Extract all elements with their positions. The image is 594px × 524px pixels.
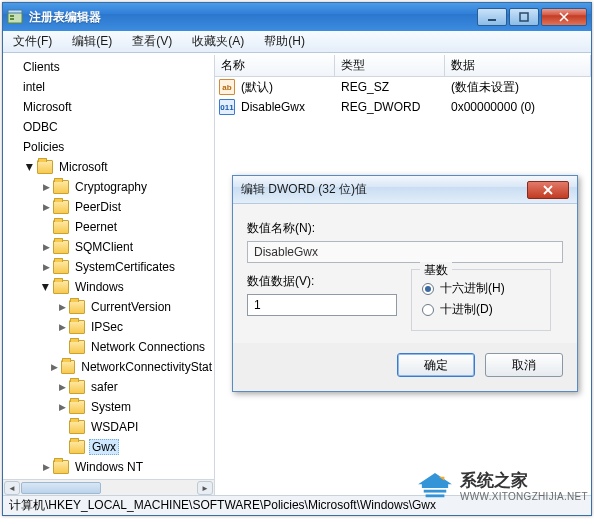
tree-item-label: Network Connections (89, 340, 207, 354)
menu-file[interactable]: 文件(F) (9, 31, 56, 52)
tree-item[interactable]: ▶CurrentVersion (3, 297, 214, 317)
tree-pane[interactable]: ClientsintelMicrosoftODBCPolicies▶Micros… (3, 55, 215, 495)
tree-item[interactable]: ▶Microsoft (3, 157, 214, 177)
tree-item[interactable]: Gwx (3, 437, 214, 457)
expand-arrow-icon[interactable]: ▶ (55, 380, 69, 394)
folder-icon (61, 360, 75, 374)
col-data[interactable]: 数据 (445, 55, 591, 76)
folder-icon (69, 440, 85, 454)
menu-view[interactable]: 查看(V) (128, 31, 176, 52)
expand-arrow-icon[interactable]: ▶ (55, 400, 69, 414)
tree-item-label: intel (21, 80, 47, 94)
scroll-left-button[interactable]: ◄ (4, 481, 20, 495)
col-type[interactable]: 类型 (335, 55, 445, 76)
radio-dec-label: 十进制(D) (440, 301, 493, 318)
tree-item[interactable]: Peernet (3, 217, 214, 237)
cell-type: REG_DWORD (341, 100, 451, 114)
tree-item[interactable]: ▶SQMClient (3, 237, 214, 257)
scroll-right-button[interactable]: ► (197, 481, 213, 495)
tree-item[interactable]: ODBC (3, 117, 214, 137)
svg-rect-7 (426, 495, 445, 498)
value-data-input[interactable] (247, 294, 397, 316)
expand-arrow-icon[interactable]: ▶ (39, 460, 53, 474)
svg-rect-4 (488, 19, 496, 21)
tree-h-scrollbar[interactable]: ◄ ► (3, 479, 214, 495)
tree-item[interactable]: ▶IPSec (3, 317, 214, 337)
expand-arrow-icon[interactable]: ▶ (39, 240, 53, 254)
tree-item[interactable]: WSDAPI (3, 417, 214, 437)
tree-item[interactable]: ▶Cryptography (3, 177, 214, 197)
tree-item[interactable]: Clients (3, 57, 214, 77)
expand-arrow-icon[interactable]: ▶ (39, 180, 53, 194)
expand-arrow-icon[interactable]: ▶ (39, 200, 53, 214)
radio-dec[interactable]: 十进制(D) (422, 301, 540, 318)
tree-item-label: ODBC (21, 120, 60, 134)
tree-item[interactable]: intel (3, 77, 214, 97)
radio-hex[interactable]: 十六进制(H) (422, 280, 540, 297)
folder-icon (53, 460, 69, 474)
tree-item-label: Microsoft (57, 160, 110, 174)
arrow-placeholder (7, 100, 21, 114)
folder-icon (53, 240, 69, 254)
expand-arrow-icon[interactable]: ▶ (39, 260, 53, 274)
folder-icon (69, 380, 85, 394)
folder-icon (53, 200, 69, 214)
tree-item-label: safer (89, 380, 120, 394)
cell-name: (默认) (241, 79, 341, 96)
base-group: 基数 十六进制(H) 十进制(D) (411, 269, 551, 331)
tree-item[interactable]: ▶Windows (3, 277, 214, 297)
tree-item-label: Peernet (73, 220, 119, 234)
folder-icon (69, 320, 85, 334)
titlebar[interactable]: 注册表编辑器 (3, 3, 591, 31)
expand-arrow-icon[interactable]: ▶ (23, 160, 37, 174)
tree-item[interactable]: Microsoft (3, 97, 214, 117)
expand-arrow-icon[interactable]: ▶ (49, 360, 61, 374)
arrow-placeholder (7, 140, 21, 154)
tree-item[interactable]: Policies (3, 137, 214, 157)
folder-icon (69, 420, 85, 434)
folder-icon (53, 260, 69, 274)
radio-hex-label: 十六进制(H) (440, 280, 505, 297)
edit-dword-dialog: 编辑 DWORD (32 位)值 数值名称(N): DisableGwx 数值数… (232, 175, 578, 392)
close-button[interactable] (541, 8, 587, 26)
window-title: 注册表编辑器 (29, 9, 477, 26)
minimize-button[interactable] (477, 8, 507, 26)
menu-favorites[interactable]: 收藏夹(A) (188, 31, 248, 52)
scroll-thumb[interactable] (21, 482, 101, 494)
arrow-placeholder (7, 80, 21, 94)
list-row[interactable]: ab(默认)REG_SZ(数值未设置) (215, 77, 591, 97)
tree-item[interactable]: ▶safer (3, 377, 214, 397)
tree-item-label: NetworkConnectivityStat (79, 360, 214, 374)
tree-item-label: SQMClient (73, 240, 135, 254)
tree-item-label: SystemCertificates (73, 260, 177, 274)
app-icon (7, 9, 23, 25)
tree-item[interactable]: ▶PeerDist (3, 197, 214, 217)
tree-item[interactable]: ▶System (3, 397, 214, 417)
expand-arrow-icon[interactable]: ▶ (39, 280, 53, 294)
tree-item[interactable]: ▶Windows NT (3, 457, 214, 477)
menu-edit[interactable]: 编辑(E) (68, 31, 116, 52)
tree-item[interactable]: Network Connections (3, 337, 214, 357)
tree-item[interactable]: ▶NetworkConnectivityStat (3, 357, 214, 377)
dialog-close-button[interactable] (527, 181, 569, 199)
dialog-actions: 确定 取消 (233, 343, 577, 391)
dialog-titlebar[interactable]: 编辑 DWORD (32 位)值 (233, 176, 577, 204)
menu-help[interactable]: 帮助(H) (260, 31, 309, 52)
col-name[interactable]: 名称 (215, 55, 335, 76)
column-headers: 名称 类型 数据 (215, 55, 591, 77)
ok-button[interactable]: 确定 (397, 353, 475, 377)
tree-item-label: IPSec (89, 320, 125, 334)
folder-icon (53, 280, 69, 294)
maximize-button[interactable] (509, 8, 539, 26)
cell-name: DisableGwx (241, 100, 341, 114)
list-row[interactable]: 011DisableGwxREG_DWORD0x00000000 (0) (215, 97, 591, 117)
svg-rect-0 (8, 12, 22, 23)
expand-arrow-icon[interactable]: ▶ (55, 300, 69, 314)
cancel-button[interactable]: 取消 (485, 353, 563, 377)
tree-item[interactable]: ▶SystemCertificates (3, 257, 214, 277)
expand-arrow-icon[interactable]: ▶ (55, 320, 69, 334)
arrow-placeholder (7, 60, 21, 74)
arrow-placeholder (55, 420, 69, 434)
tree-item-label: Cryptography (73, 180, 149, 194)
menubar: 文件(F) 编辑(E) 查看(V) 收藏夹(A) 帮助(H) (3, 31, 591, 53)
